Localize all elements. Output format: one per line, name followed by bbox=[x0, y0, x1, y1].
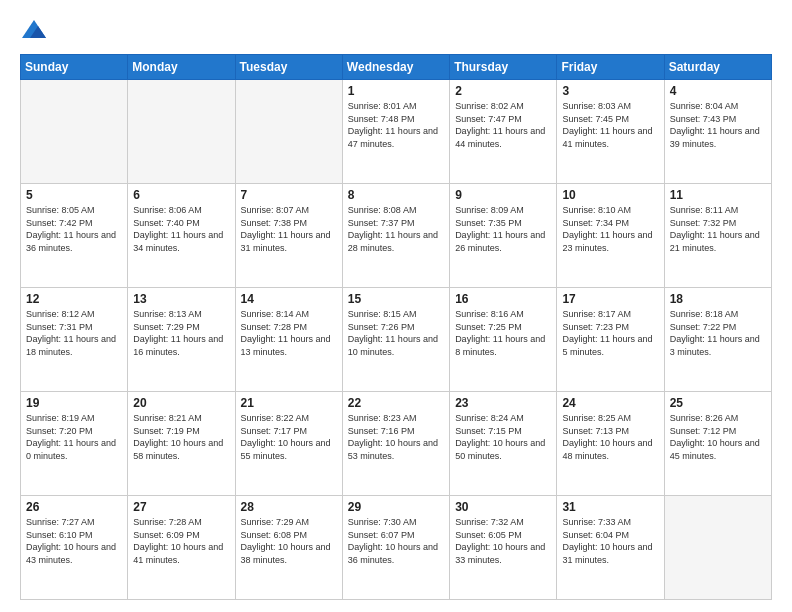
day-info: Sunrise: 8:10 AMSunset: 7:34 PMDaylight:… bbox=[562, 204, 658, 254]
day-info: Sunrise: 8:07 AMSunset: 7:38 PMDaylight:… bbox=[241, 204, 337, 254]
weekday-header: Saturday bbox=[664, 55, 771, 80]
day-number: 16 bbox=[455, 292, 551, 306]
calendar-cell: 20Sunrise: 8:21 AMSunset: 7:19 PMDayligh… bbox=[128, 392, 235, 496]
day-number: 26 bbox=[26, 500, 122, 514]
day-info: Sunrise: 7:28 AMSunset: 6:09 PMDaylight:… bbox=[133, 516, 229, 566]
day-number: 30 bbox=[455, 500, 551, 514]
calendar-cell: 22Sunrise: 8:23 AMSunset: 7:16 PMDayligh… bbox=[342, 392, 449, 496]
logo-icon bbox=[20, 16, 48, 44]
calendar-cell: 21Sunrise: 8:22 AMSunset: 7:17 PMDayligh… bbox=[235, 392, 342, 496]
calendar-week-row: 19Sunrise: 8:19 AMSunset: 7:20 PMDayligh… bbox=[21, 392, 772, 496]
calendar-cell: 5Sunrise: 8:05 AMSunset: 7:42 PMDaylight… bbox=[21, 184, 128, 288]
day-number: 29 bbox=[348, 500, 444, 514]
day-number: 11 bbox=[670, 188, 766, 202]
calendar-cell: 4Sunrise: 8:04 AMSunset: 7:43 PMDaylight… bbox=[664, 80, 771, 184]
day-number: 10 bbox=[562, 188, 658, 202]
day-info: Sunrise: 8:19 AMSunset: 7:20 PMDaylight:… bbox=[26, 412, 122, 462]
day-number: 14 bbox=[241, 292, 337, 306]
day-number: 12 bbox=[26, 292, 122, 306]
calendar-cell: 9Sunrise: 8:09 AMSunset: 7:35 PMDaylight… bbox=[450, 184, 557, 288]
day-info: Sunrise: 8:06 AMSunset: 7:40 PMDaylight:… bbox=[133, 204, 229, 254]
day-info: Sunrise: 8:09 AMSunset: 7:35 PMDaylight:… bbox=[455, 204, 551, 254]
calendar-cell: 29Sunrise: 7:30 AMSunset: 6:07 PMDayligh… bbox=[342, 496, 449, 600]
day-number: 19 bbox=[26, 396, 122, 410]
day-number: 20 bbox=[133, 396, 229, 410]
day-number: 18 bbox=[670, 292, 766, 306]
day-info: Sunrise: 8:08 AMSunset: 7:37 PMDaylight:… bbox=[348, 204, 444, 254]
calendar-cell bbox=[128, 80, 235, 184]
day-number: 6 bbox=[133, 188, 229, 202]
day-info: Sunrise: 7:30 AMSunset: 6:07 PMDaylight:… bbox=[348, 516, 444, 566]
day-info: Sunrise: 7:32 AMSunset: 6:05 PMDaylight:… bbox=[455, 516, 551, 566]
day-info: Sunrise: 8:17 AMSunset: 7:23 PMDaylight:… bbox=[562, 308, 658, 358]
weekday-header: Tuesday bbox=[235, 55, 342, 80]
weekday-header: Thursday bbox=[450, 55, 557, 80]
calendar-cell: 7Sunrise: 8:07 AMSunset: 7:38 PMDaylight… bbox=[235, 184, 342, 288]
calendar-cell: 15Sunrise: 8:15 AMSunset: 7:26 PMDayligh… bbox=[342, 288, 449, 392]
logo bbox=[20, 16, 52, 44]
weekday-header: Wednesday bbox=[342, 55, 449, 80]
day-info: Sunrise: 8:05 AMSunset: 7:42 PMDaylight:… bbox=[26, 204, 122, 254]
day-info: Sunrise: 8:03 AMSunset: 7:45 PMDaylight:… bbox=[562, 100, 658, 150]
calendar-week-row: 12Sunrise: 8:12 AMSunset: 7:31 PMDayligh… bbox=[21, 288, 772, 392]
day-info: Sunrise: 8:24 AMSunset: 7:15 PMDaylight:… bbox=[455, 412, 551, 462]
day-info: Sunrise: 8:23 AMSunset: 7:16 PMDaylight:… bbox=[348, 412, 444, 462]
calendar-cell: 8Sunrise: 8:08 AMSunset: 7:37 PMDaylight… bbox=[342, 184, 449, 288]
weekday-header-row: SundayMondayTuesdayWednesdayThursdayFrid… bbox=[21, 55, 772, 80]
day-number: 31 bbox=[562, 500, 658, 514]
calendar-cell: 19Sunrise: 8:19 AMSunset: 7:20 PMDayligh… bbox=[21, 392, 128, 496]
calendar-cell: 11Sunrise: 8:11 AMSunset: 7:32 PMDayligh… bbox=[664, 184, 771, 288]
day-number: 3 bbox=[562, 84, 658, 98]
header bbox=[20, 16, 772, 44]
weekday-header: Friday bbox=[557, 55, 664, 80]
calendar-cell: 14Sunrise: 8:14 AMSunset: 7:28 PMDayligh… bbox=[235, 288, 342, 392]
day-info: Sunrise: 8:14 AMSunset: 7:28 PMDaylight:… bbox=[241, 308, 337, 358]
calendar-cell: 23Sunrise: 8:24 AMSunset: 7:15 PMDayligh… bbox=[450, 392, 557, 496]
day-info: Sunrise: 7:29 AMSunset: 6:08 PMDaylight:… bbox=[241, 516, 337, 566]
day-info: Sunrise: 8:02 AMSunset: 7:47 PMDaylight:… bbox=[455, 100, 551, 150]
calendar-cell: 28Sunrise: 7:29 AMSunset: 6:08 PMDayligh… bbox=[235, 496, 342, 600]
calendar-cell bbox=[235, 80, 342, 184]
day-number: 22 bbox=[348, 396, 444, 410]
day-info: Sunrise: 7:33 AMSunset: 6:04 PMDaylight:… bbox=[562, 516, 658, 566]
day-info: Sunrise: 8:21 AMSunset: 7:19 PMDaylight:… bbox=[133, 412, 229, 462]
calendar-cell: 2Sunrise: 8:02 AMSunset: 7:47 PMDaylight… bbox=[450, 80, 557, 184]
day-number: 1 bbox=[348, 84, 444, 98]
day-info: Sunrise: 8:22 AMSunset: 7:17 PMDaylight:… bbox=[241, 412, 337, 462]
calendar-cell: 24Sunrise: 8:25 AMSunset: 7:13 PMDayligh… bbox=[557, 392, 664, 496]
calendar-cell bbox=[664, 496, 771, 600]
day-info: Sunrise: 8:25 AMSunset: 7:13 PMDaylight:… bbox=[562, 412, 658, 462]
calendar-cell: 30Sunrise: 7:32 AMSunset: 6:05 PMDayligh… bbox=[450, 496, 557, 600]
calendar-cell: 17Sunrise: 8:17 AMSunset: 7:23 PMDayligh… bbox=[557, 288, 664, 392]
day-number: 25 bbox=[670, 396, 766, 410]
calendar-cell: 31Sunrise: 7:33 AMSunset: 6:04 PMDayligh… bbox=[557, 496, 664, 600]
day-number: 5 bbox=[26, 188, 122, 202]
calendar-week-row: 5Sunrise: 8:05 AMSunset: 7:42 PMDaylight… bbox=[21, 184, 772, 288]
day-info: Sunrise: 8:01 AMSunset: 7:48 PMDaylight:… bbox=[348, 100, 444, 150]
calendar-week-row: 1Sunrise: 8:01 AMSunset: 7:48 PMDaylight… bbox=[21, 80, 772, 184]
day-number: 2 bbox=[455, 84, 551, 98]
calendar-table: SundayMondayTuesdayWednesdayThursdayFrid… bbox=[20, 54, 772, 600]
calendar-cell: 16Sunrise: 8:16 AMSunset: 7:25 PMDayligh… bbox=[450, 288, 557, 392]
calendar-cell: 6Sunrise: 8:06 AMSunset: 7:40 PMDaylight… bbox=[128, 184, 235, 288]
calendar-cell: 27Sunrise: 7:28 AMSunset: 6:09 PMDayligh… bbox=[128, 496, 235, 600]
day-info: Sunrise: 8:11 AMSunset: 7:32 PMDaylight:… bbox=[670, 204, 766, 254]
day-info: Sunrise: 7:27 AMSunset: 6:10 PMDaylight:… bbox=[26, 516, 122, 566]
calendar-cell: 18Sunrise: 8:18 AMSunset: 7:22 PMDayligh… bbox=[664, 288, 771, 392]
day-number: 28 bbox=[241, 500, 337, 514]
calendar-week-row: 26Sunrise: 7:27 AMSunset: 6:10 PMDayligh… bbox=[21, 496, 772, 600]
day-number: 9 bbox=[455, 188, 551, 202]
day-number: 27 bbox=[133, 500, 229, 514]
day-number: 23 bbox=[455, 396, 551, 410]
calendar-cell: 1Sunrise: 8:01 AMSunset: 7:48 PMDaylight… bbox=[342, 80, 449, 184]
page: SundayMondayTuesdayWednesdayThursdayFrid… bbox=[0, 0, 792, 612]
calendar-cell: 26Sunrise: 7:27 AMSunset: 6:10 PMDayligh… bbox=[21, 496, 128, 600]
day-info: Sunrise: 8:15 AMSunset: 7:26 PMDaylight:… bbox=[348, 308, 444, 358]
day-info: Sunrise: 8:18 AMSunset: 7:22 PMDaylight:… bbox=[670, 308, 766, 358]
day-number: 21 bbox=[241, 396, 337, 410]
day-number: 7 bbox=[241, 188, 337, 202]
day-number: 13 bbox=[133, 292, 229, 306]
weekday-header: Monday bbox=[128, 55, 235, 80]
day-info: Sunrise: 8:16 AMSunset: 7:25 PMDaylight:… bbox=[455, 308, 551, 358]
day-number: 4 bbox=[670, 84, 766, 98]
